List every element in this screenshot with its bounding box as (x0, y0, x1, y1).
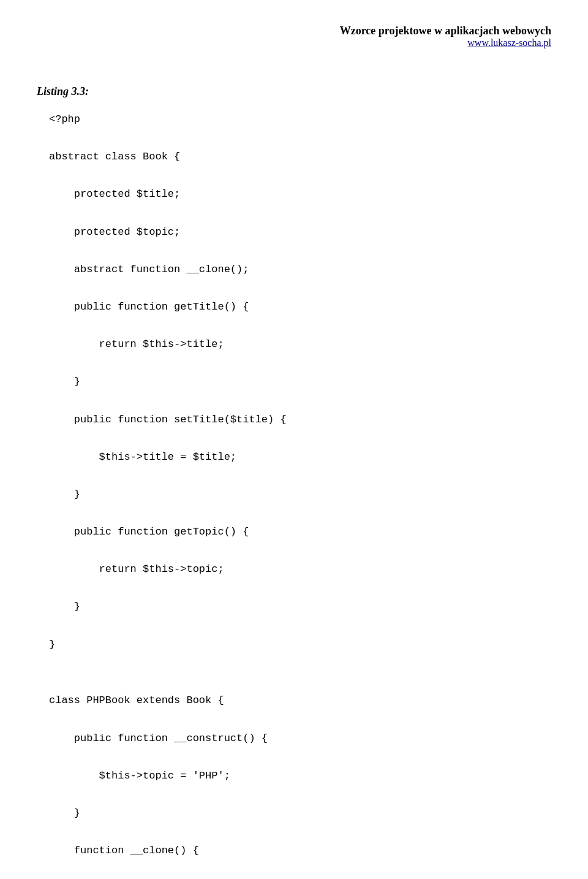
page-header: Wzorce projektowe w aplikacjach webowych… (37, 25, 551, 48)
listing-label: Listing 3.3: (37, 85, 551, 98)
page-container: Wzorce projektowe w aplikacjach webowych… (0, 0, 588, 879)
header-url[interactable]: www.lukasz-socha.pl (37, 37, 551, 48)
header-title: Wzorce projektowe w aplikacjach webowych (37, 25, 551, 37)
code-block: <?php abstract class Book { protected $t… (49, 110, 551, 879)
